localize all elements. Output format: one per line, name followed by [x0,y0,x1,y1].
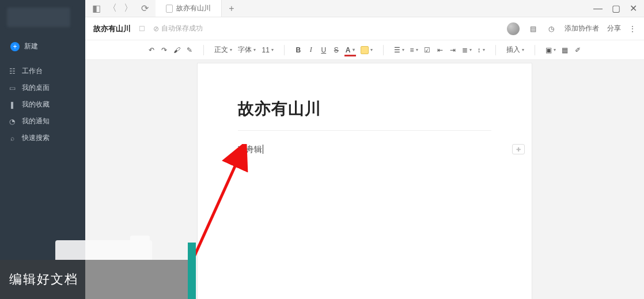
desktop-icon: ▭ [8,84,16,92]
strike-button[interactable]: S [332,44,341,56]
sidebar-item-label: 我的桌面 [22,83,50,93]
bold-button[interactable]: B [294,44,303,56]
search-icon: ⌕ [8,134,16,142]
more-icon[interactable]: ⋮ [629,25,636,33]
highlight-button[interactable] [359,44,374,56]
avatar[interactable] [507,22,520,35]
refresh-button[interactable]: ⟳ [139,3,150,14]
indent-button[interactable]: ⇥ [448,44,457,56]
sidebar-item-label: 我的通知 [22,116,50,126]
outdent-button[interactable]: ⇤ [435,44,445,56]
panel-toggle-icon[interactable]: ◧ [91,3,101,14]
table-button[interactable]: ▦ [560,44,570,56]
back-button[interactable]: 〈 [107,2,118,14]
sidebar-item-favorites[interactable]: ❚ 我的收藏 [0,96,85,113]
workbench-icon: ☷ [8,67,16,75]
add-tab-button[interactable]: + [222,0,241,17]
tab-bar: ◧ 〈 〉 ⟳ 故亦有山川 + — ▢ ✕ [85,0,644,17]
format-painter-button[interactable]: 🖌 [172,44,181,56]
caption-accent [188,243,196,299]
bookmark-icon[interactable]: ☐ [139,25,145,33]
sidebar-item-label: 工作台 [22,66,43,76]
sidebar-item-notify[interactable]: ◔ 我的通知 [0,113,85,130]
sidebar-item-label: 我的收藏 [22,100,50,109]
share-button[interactable]: 分享 [607,24,621,33]
header-bar: 故亦有山川 ☐ ⊘ 自动保存成功 ▤ ◷ 添加协作者 分享 ⋮ [85,17,644,40]
caption-tab-bg2 [130,236,150,260]
editor-toolbar: ↶ ↷ 🖌 ✎ 正文 字体 11 B I U S A ☰ ≡ ☑ ⇤ ⇥ ≣ [85,40,644,60]
undo-button[interactable]: ↶ [147,44,156,56]
sidebar-item-label: 快速搜索 [22,133,50,143]
title-rule [238,130,491,131]
close-button[interactable]: ✕ [630,3,637,14]
check-icon: ⊘ [153,25,159,33]
notify-icon: ◔ [8,118,16,126]
text-color-button[interactable]: A [344,44,356,56]
chat-icon[interactable]: ▤ [528,24,538,34]
tab-active[interactable]: 故亦有山川 [156,0,222,17]
tab-label: 故亦有山川 [176,3,211,13]
insert-menu[interactable]: 插入 [505,44,525,56]
main-app: ◧ 〈 〉 ⟳ 故亦有山川 + — ▢ ✕ 故亦有山川 ☐ ⊘ 自动保存成功 ▤… [85,0,644,299]
redo-button[interactable]: ↷ [160,44,169,56]
history-icon[interactable]: ◷ [546,24,556,34]
maximize-button[interactable]: ▢ [612,3,620,14]
clear-format-button[interactable]: ✎ [185,44,194,56]
ordered-list-button[interactable]: ≡ [409,44,419,56]
tutorial-caption: 编辑好文档 [0,260,196,299]
profile-blur [7,7,70,27]
image-button[interactable]: ▣ [544,44,557,56]
paragraph-style-select[interactable]: 正文 [213,44,233,56]
sidebar-item-workbench[interactable]: ☷ 工作台 [0,63,85,80]
body-text-content: 车舟辑 [238,145,262,154]
minimize-button[interactable]: — [593,3,603,14]
profile-area[interactable] [0,0,85,35]
plus-icon: + [10,42,20,51]
add-collaborator-button[interactable]: 添加协作者 [565,24,599,33]
align-button[interactable]: ≣ [461,44,473,56]
doc-title[interactable]: 故亦有山川 [93,24,131,34]
forward-button[interactable]: 〉 [123,2,134,14]
add-comment-button[interactable]: ✚ [512,144,525,154]
text-cursor [263,145,263,154]
comment-toolbar-button[interactable]: ✐ [573,44,582,56]
font-family-select[interactable]: 字体 [237,44,257,56]
caption-text: 编辑好文档 [9,271,78,288]
document-icon [166,5,173,13]
new-label: 新建 [24,41,38,51]
font-size-select[interactable]: 11 [260,44,274,56]
document-body[interactable]: 车舟辑 [238,145,491,155]
checklist-button[interactable]: ☑ [423,44,432,56]
autosave-label: 自动保存成功 [161,24,203,33]
window-controls: — ▢ ✕ [586,0,644,17]
document-title[interactable]: 故亦有山川 [238,98,491,120]
document-page[interactable]: 故亦有山川 车舟辑 ✚ [198,63,532,299]
sidebar-item-desktop[interactable]: ▭ 我的桌面 [0,80,85,96]
new-button[interactable]: + 新建 [5,38,81,55]
italic-button[interactable]: I [306,44,316,56]
autosave-status: ⊘ 自动保存成功 [153,24,203,33]
line-spacing-button[interactable]: ↕ [476,44,486,56]
underline-button[interactable]: U [319,44,328,56]
nav-controls: ◧ 〈 〉 ⟳ [85,0,156,17]
bullet-list-button[interactable]: ☰ [393,44,406,56]
favorites-icon: ❚ [8,101,16,109]
sidebar-item-search[interactable]: ⌕ 快速搜索 [0,130,85,146]
